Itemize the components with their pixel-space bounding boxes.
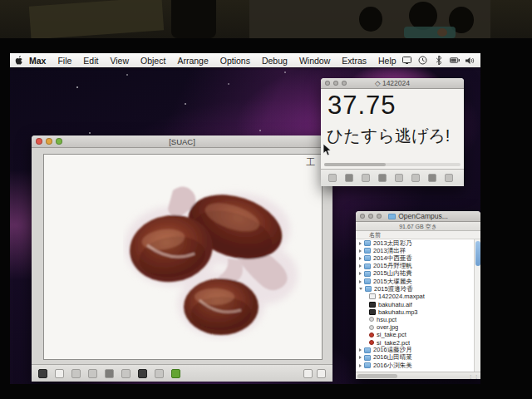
minimize-button[interactable] — [46, 138, 52, 145]
battery-icon[interactable] — [450, 56, 460, 66]
message-comment[interactable]: ひたすら逃げろ! — [327, 125, 450, 147]
scroll-thumb[interactable] — [324, 163, 386, 166]
disk-space-status: 91.67 GB 空き — [356, 222, 480, 231]
mouse-cursor-icon — [323, 144, 332, 156]
max-patch-toolbar — [321, 169, 464, 186]
menu-edit[interactable]: Edit — [77, 56, 104, 66]
browser-icon[interactable] — [445, 174, 453, 182]
object-box-icon[interactable] — [55, 369, 64, 378]
comment-icon[interactable] — [105, 369, 114, 378]
zoom-button[interactable] — [377, 214, 382, 219]
object-list-icon[interactable] — [362, 174, 370, 182]
mini-view-2-icon[interactable] — [317, 369, 326, 378]
pict-file-red-icon — [369, 340, 374, 345]
finder-row[interactable]: si_take.pct — [356, 331, 474, 338]
minimize-button[interactable] — [333, 81, 338, 86]
horizontal-scrollbar[interactable] — [324, 163, 461, 166]
menu-arrange[interactable]: Arrange — [171, 56, 214, 66]
disclosure-triangle-open-icon[interactable] — [359, 288, 362, 290]
suac-titlebar[interactable]: [SUAC] — [32, 135, 332, 148]
zoom-button[interactable] — [56, 138, 62, 145]
menu-window[interactable]: Window — [293, 56, 336, 66]
finder-row[interactable]: hsu.pct — [356, 316, 474, 323]
jsui-green-icon[interactable] — [171, 369, 180, 378]
finder-row[interactable]: 2015渡邊玲香 — [356, 285, 474, 293]
inspector-icon[interactable] — [378, 174, 387, 182]
folder-icon — [364, 264, 371, 269]
audio-file-icon — [369, 302, 376, 308]
disclosure-triangle-icon[interactable] — [359, 356, 362, 359]
patch-cords-icon[interactable] — [71, 369, 81, 378]
disclosure-triangle-icon[interactable] — [359, 264, 362, 268]
close-button[interactable] — [325, 81, 330, 86]
zoom-button[interactable] — [342, 81, 347, 86]
display-icon[interactable] — [402, 56, 412, 66]
person-head — [359, 7, 382, 32]
room-background — [0, 0, 532, 38]
apple-menu-icon[interactable] — [15, 56, 23, 66]
scroll-thumb[interactable] — [357, 374, 397, 378]
disclosure-triangle-icon[interactable] — [359, 272, 362, 275]
bluetooth-icon[interactable] — [434, 56, 444, 66]
lock-icon[interactable] — [38, 369, 47, 378]
menu-max[interactable]: Max — [23, 56, 52, 66]
folder-icon — [364, 248, 371, 254]
disclosure-triangle-icon[interactable] — [359, 280, 362, 283]
menu-bar: Max File Edit View Object Arrange Option… — [10, 53, 480, 67]
patcher-canvas[interactable]: 工 — [43, 154, 323, 360]
disclosure-triangle-icon[interactable] — [359, 242, 362, 245]
finder-titlebar[interactable]: OpenCampus... — [356, 211, 480, 222]
scroll-thumb[interactable] — [475, 241, 480, 266]
number-display[interactable]: 37.75 — [328, 91, 397, 121]
disclosure-triangle-icon[interactable] — [359, 257, 362, 260]
menu-help[interactable]: Help — [372, 56, 402, 66]
volume-icon[interactable] — [466, 56, 475, 66]
align-icon[interactable] — [88, 369, 97, 378]
menu-file[interactable]: File — [52, 56, 77, 66]
close-button[interactable] — [360, 214, 365, 219]
anchor-handle-icon[interactable]: 工 — [306, 156, 315, 169]
finder-row[interactable]: bakuhatu.aif — [356, 301, 474, 308]
folder-icon — [364, 255, 371, 261]
resize-grip-icon[interactable]: ⋮⋮ — [468, 374, 480, 379]
folder-icon — [364, 271, 371, 277]
minimize-button[interactable] — [368, 214, 373, 219]
disclosure-triangle-icon[interactable] — [359, 249, 362, 253]
mini-view-icon[interactable] — [303, 369, 313, 378]
menu-debug[interactable]: Debug — [256, 56, 293, 66]
time-machine-icon[interactable] — [418, 56, 428, 66]
grid-icon[interactable] — [155, 369, 164, 378]
patcher-toolbar — [32, 364, 332, 382]
close-button[interactable] — [36, 138, 42, 145]
folder-icon — [364, 362, 371, 368]
grid-icon[interactable] — [428, 174, 436, 182]
inspector-icon[interactable] — [121, 369, 131, 378]
disclosure-triangle-icon[interactable] — [359, 364, 362, 367]
finder-row[interactable]: over.jpg — [356, 323, 474, 331]
folder-icon — [365, 286, 372, 292]
finder-row[interactable]: bakuhatu.mp3 — [356, 308, 474, 316]
presentation-icon[interactable] — [411, 174, 420, 182]
finder-window: OpenCampus... 91.67 GB 空き 名前 2013太田彩乃 20… — [356, 211, 480, 379]
patch-cords-icon[interactable] — [345, 174, 353, 182]
horizontal-scrollbar[interactable]: ⋮⋮ — [356, 372, 480, 379]
disclosure-triangle-icon[interactable] — [359, 348, 362, 352]
photo-of-monitor: Max File Edit View Object Arrange Option… — [0, 0, 532, 399]
name-column-header[interactable]: 名前 — [356, 231, 480, 239]
zoom-icon[interactable] — [395, 174, 403, 182]
maxpat-file-icon — [369, 293, 376, 299]
menu-options[interactable]: Options — [214, 56, 256, 66]
max-patch-titlebar[interactable]: ◇ 1422024 — [321, 78, 464, 89]
vertical-scrollbar[interactable] — [474, 239, 480, 372]
menu-extras[interactable]: Extras — [336, 56, 372, 66]
file-list: 2013太田彩乃 2013清出祥 2014中西亜香 2015丹野理帆 2015山… — [356, 239, 474, 372]
lock-icon[interactable] — [328, 174, 337, 182]
mac-desktop: Max File Edit View Object Arrange Option… — [10, 53, 480, 384]
max-patch-window: ◇ 1422024 37.75 ひたすら逃げろ! — [321, 78, 464, 186]
finder-row[interactable]: 1422024.maxpat — [356, 293, 474, 300]
menu-object[interactable]: Object — [135, 56, 171, 66]
presentation-icon[interactable] — [138, 369, 147, 378]
person-silhouette — [171, 0, 216, 38]
finder-row[interactable]: 2016小渕朱美 — [356, 362, 474, 369]
menu-view[interactable]: View — [104, 56, 135, 66]
